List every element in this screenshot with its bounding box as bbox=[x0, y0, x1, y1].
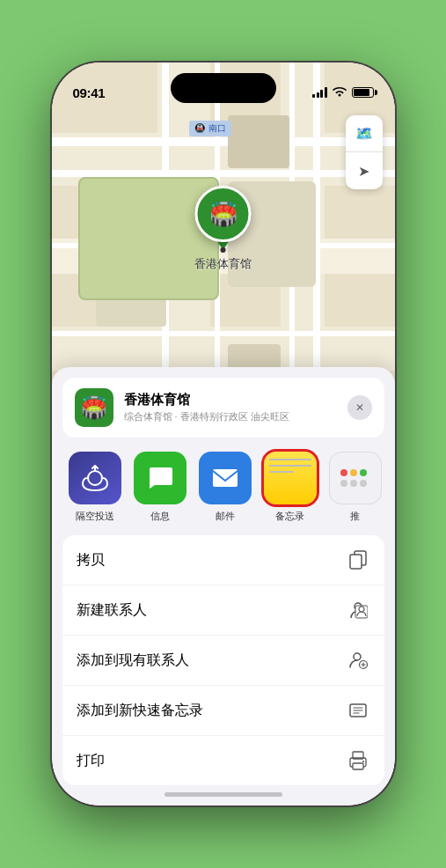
more-icon bbox=[329, 452, 382, 504]
phone-frame: 🚇 南口 🗺️ ➤ 🏟️ 香港体育馆 09:41 bbox=[52, 63, 395, 805]
status-time: 09:41 bbox=[73, 85, 106, 100]
add-existing-label: 添加到现有联系人 bbox=[77, 651, 189, 670]
location-card: 🏟️ 香港体育馆 综合体育馆 · 香港特别行政区 油尖旺区 ✕ bbox=[62, 378, 384, 438]
new-contact-label: 新建联系人 bbox=[77, 601, 147, 620]
signal-bars bbox=[312, 87, 327, 98]
pin-label: 香港体育馆 bbox=[194, 256, 252, 272]
pin-circle: 🏟️ bbox=[195, 186, 252, 242]
pin-dot bbox=[221, 247, 226, 253]
location-button[interactable]: ➤ bbox=[346, 152, 383, 189]
phone-screen: 🚇 南口 🗺️ ➤ 🏟️ 香港体育馆 09:41 bbox=[52, 63, 395, 805]
location-card-subtitle: 综合体育馆 · 香港特别行政区 油尖旺区 bbox=[124, 410, 337, 423]
action-new-contact[interactable]: 新建联系人 bbox=[62, 585, 384, 636]
action-add-existing[interactable]: 添加到现有联系人 bbox=[62, 636, 384, 686]
share-sheet: 🏟️ 香港体育馆 综合体育馆 · 香港特别行政区 油尖旺区 ✕ bbox=[52, 367, 395, 805]
more-label: 推 bbox=[350, 510, 360, 523]
wifi-icon bbox=[333, 87, 347, 98]
road-label: 🚇 南口 bbox=[189, 121, 232, 136]
mail-svg bbox=[209, 462, 241, 494]
print-icon bbox=[346, 748, 370, 773]
share-app-messages[interactable]: 信息 bbox=[128, 448, 193, 526]
road-label-prefix: 🚇 bbox=[194, 123, 205, 133]
app-share-row: 隔空投送 信息 bbox=[52, 445, 395, 535]
action-print[interactable]: 打印 bbox=[62, 736, 384, 785]
action-copy[interactable]: 拷贝 bbox=[62, 535, 384, 585]
mail-icon bbox=[199, 452, 252, 504]
home-indicator bbox=[165, 792, 282, 797]
print-label: 打印 bbox=[77, 752, 105, 770]
notes-icon bbox=[264, 452, 317, 504]
location-card-name: 香港体育馆 bbox=[124, 392, 337, 408]
copy-label: 拷贝 bbox=[77, 551, 105, 570]
copy-icon bbox=[346, 548, 370, 572]
svg-point-13 bbox=[362, 761, 364, 762]
map-type-button[interactable]: 🗺️ bbox=[346, 115, 383, 152]
status-bar: 09:41 bbox=[52, 63, 395, 110]
action-list: 拷贝 新建联系人 bbox=[62, 535, 384, 785]
messages-label: 信息 bbox=[150, 510, 170, 523]
share-app-notes[interactable]: 备忘录 bbox=[258, 448, 323, 526]
svg-rect-3 bbox=[350, 555, 362, 569]
location-card-icon: 🏟️ bbox=[75, 388, 113, 427]
status-icons bbox=[312, 87, 374, 98]
airdrop-label: 隔空投送 bbox=[76, 510, 114, 523]
svg-point-7 bbox=[354, 653, 361, 660]
stadium-icon: 🏟️ bbox=[209, 202, 238, 225]
battery-icon bbox=[352, 87, 374, 98]
close-button[interactable]: ✕ bbox=[347, 395, 372, 420]
location-pin: 🏟️ 香港体育馆 bbox=[194, 186, 252, 272]
mail-label: 邮件 bbox=[216, 510, 235, 523]
road-label-text: 南口 bbox=[208, 123, 226, 133]
airdrop-icon bbox=[69, 452, 121, 504]
airdrop-svg bbox=[80, 463, 110, 493]
person-icon bbox=[346, 598, 370, 622]
map-controls: 🗺️ ➤ bbox=[346, 115, 383, 189]
svg-point-0 bbox=[88, 471, 102, 485]
svg-rect-12 bbox=[353, 763, 363, 769]
messages-svg bbox=[144, 462, 176, 494]
action-quick-note[interactable]: 添加到新快速备忘录 bbox=[62, 686, 384, 736]
dynamic-island bbox=[171, 73, 276, 103]
close-icon: ✕ bbox=[355, 401, 364, 414]
person-add-icon bbox=[346, 648, 370, 673]
share-app-more[interactable]: 推 bbox=[323, 448, 388, 526]
location-icon: 🏟️ bbox=[81, 395, 107, 420]
messages-icon bbox=[134, 452, 186, 504]
svg-rect-1 bbox=[213, 469, 238, 487]
share-app-airdrop[interactable]: 隔空投送 bbox=[62, 448, 128, 526]
quick-note-icon bbox=[346, 698, 370, 723]
notes-label: 备忘录 bbox=[275, 510, 304, 523]
share-app-mail[interactable]: 邮件 bbox=[193, 448, 258, 526]
location-card-info: 香港体育馆 综合体育馆 · 香港特别行政区 油尖旺区 bbox=[124, 392, 337, 423]
quick-note-label: 添加到新快速备忘录 bbox=[77, 702, 203, 720]
